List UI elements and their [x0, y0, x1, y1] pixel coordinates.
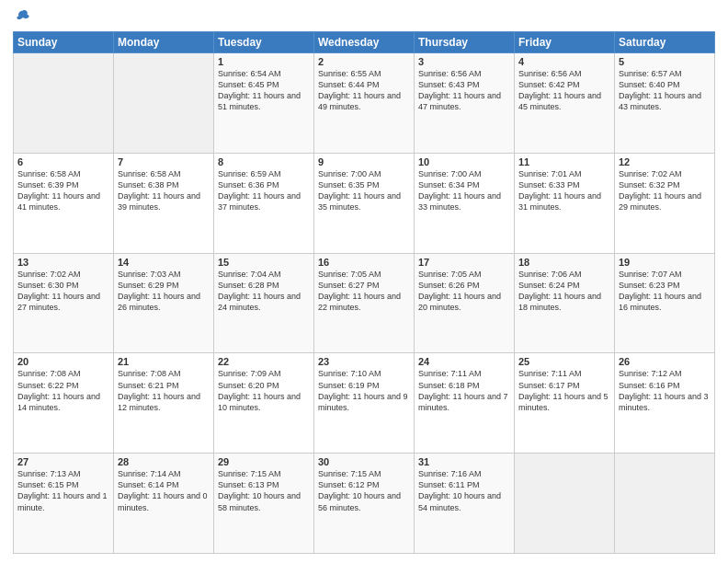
- calendar-cell: [615, 454, 715, 554]
- logo-bird-icon: [15, 9, 31, 26]
- day-info: Sunrise: 6:55 AM Sunset: 6:44 PM Dayligh…: [318, 68, 410, 113]
- day-info: Sunrise: 6:59 AM Sunset: 6:36 PM Dayligh…: [218, 168, 310, 213]
- calendar-header-thursday: Thursday: [415, 32, 515, 53]
- day-info: Sunrise: 7:00 AM Sunset: 6:34 PM Dayligh…: [418, 168, 510, 213]
- calendar-cell: 25Sunrise: 7:11 AM Sunset: 6:17 PM Dayli…: [515, 353, 615, 454]
- calendar-cell: 28Sunrise: 7:14 AM Sunset: 6:14 PM Dayli…: [114, 454, 214, 554]
- day-number: 26: [619, 356, 711, 367]
- calendar-header-row: SundayMondayTuesdayWednesdayThursdayFrid…: [14, 32, 715, 53]
- day-number: 31: [418, 456, 510, 467]
- day-number: 21: [118, 356, 210, 367]
- calendar-week-row: 13Sunrise: 7:02 AM Sunset: 6:30 PM Dayli…: [14, 253, 715, 353]
- day-info: Sunrise: 7:04 AM Sunset: 6:28 PM Dayligh…: [218, 269, 310, 314]
- calendar-cell: 10Sunrise: 7:00 AM Sunset: 6:34 PM Dayli…: [415, 153, 515, 253]
- day-number: 3: [418, 56, 510, 67]
- day-number: 19: [619, 257, 711, 268]
- day-info: Sunrise: 7:11 AM Sunset: 6:17 PM Dayligh…: [518, 368, 610, 413]
- day-number: 12: [619, 156, 711, 167]
- day-number: 29: [218, 456, 310, 467]
- day-number: 20: [17, 356, 109, 367]
- day-number: 6: [17, 156, 109, 167]
- day-number: 22: [218, 356, 310, 367]
- calendar-cell: 16Sunrise: 7:05 AM Sunset: 6:27 PM Dayli…: [314, 253, 415, 353]
- day-info: Sunrise: 6:58 AM Sunset: 6:39 PM Dayligh…: [17, 168, 109, 213]
- day-number: 8: [218, 156, 310, 167]
- calendar-header-tuesday: Tuesday: [214, 32, 314, 53]
- day-number: 1: [218, 56, 310, 67]
- day-info: Sunrise: 7:15 AM Sunset: 6:13 PM Dayligh…: [218, 468, 310, 513]
- day-info: Sunrise: 7:12 AM Sunset: 6:16 PM Dayligh…: [619, 368, 711, 413]
- calendar-header-wednesday: Wednesday: [314, 32, 415, 53]
- day-info: Sunrise: 7:14 AM Sunset: 6:14 PM Dayligh…: [118, 468, 210, 513]
- calendar-cell: 6Sunrise: 6:58 AM Sunset: 6:39 PM Daylig…: [14, 153, 114, 253]
- day-info: Sunrise: 7:01 AM Sunset: 6:33 PM Dayligh…: [518, 168, 610, 213]
- calendar-cell: 3Sunrise: 6:56 AM Sunset: 6:43 PM Daylig…: [415, 53, 515, 154]
- day-number: 13: [17, 257, 109, 268]
- calendar-header-friday: Friday: [515, 32, 615, 53]
- day-number: 5: [619, 56, 711, 67]
- day-number: 4: [518, 56, 610, 67]
- day-info: Sunrise: 6:56 AM Sunset: 6:43 PM Dayligh…: [418, 68, 510, 113]
- day-number: 18: [518, 257, 610, 268]
- day-info: Sunrise: 7:10 AM Sunset: 6:19 PM Dayligh…: [318, 368, 410, 413]
- calendar-cell: 17Sunrise: 7:05 AM Sunset: 6:26 PM Dayli…: [415, 253, 515, 353]
- calendar-cell: 20Sunrise: 7:08 AM Sunset: 6:22 PM Dayli…: [14, 353, 114, 454]
- calendar-cell: 23Sunrise: 7:10 AM Sunset: 6:19 PM Dayli…: [314, 353, 415, 454]
- day-info: Sunrise: 6:57 AM Sunset: 6:40 PM Dayligh…: [619, 68, 711, 113]
- day-number: 7: [118, 156, 210, 167]
- calendar-cell: 4Sunrise: 6:56 AM Sunset: 6:42 PM Daylig…: [515, 53, 615, 154]
- day-info: Sunrise: 7:08 AM Sunset: 6:22 PM Dayligh…: [17, 368, 109, 413]
- calendar-cell: 24Sunrise: 7:11 AM Sunset: 6:18 PM Dayli…: [415, 353, 515, 454]
- calendar-cell: 15Sunrise: 7:04 AM Sunset: 6:28 PM Dayli…: [214, 253, 314, 353]
- calendar-cell: 30Sunrise: 7:15 AM Sunset: 6:12 PM Dayli…: [314, 454, 415, 554]
- calendar-cell: 13Sunrise: 7:02 AM Sunset: 6:30 PM Dayli…: [14, 253, 114, 353]
- calendar-header-saturday: Saturday: [615, 32, 715, 53]
- day-number: 10: [418, 156, 510, 167]
- day-info: Sunrise: 7:05 AM Sunset: 6:27 PM Dayligh…: [318, 269, 410, 314]
- day-info: Sunrise: 7:06 AM Sunset: 6:24 PM Dayligh…: [518, 269, 610, 314]
- calendar-cell: 9Sunrise: 7:00 AM Sunset: 6:35 PM Daylig…: [314, 153, 415, 253]
- calendar-week-row: 6Sunrise: 6:58 AM Sunset: 6:39 PM Daylig…: [14, 153, 715, 253]
- day-number: 17: [418, 257, 510, 268]
- day-info: Sunrise: 7:03 AM Sunset: 6:29 PM Dayligh…: [118, 269, 210, 314]
- calendar-cell: 2Sunrise: 6:55 AM Sunset: 6:44 PM Daylig…: [314, 53, 415, 154]
- logo: [13, 9, 31, 26]
- day-number: 15: [218, 257, 310, 268]
- day-info: Sunrise: 7:02 AM Sunset: 6:32 PM Dayligh…: [619, 168, 711, 213]
- day-info: Sunrise: 7:09 AM Sunset: 6:20 PM Dayligh…: [218, 368, 310, 413]
- calendar-cell: 1Sunrise: 6:54 AM Sunset: 6:45 PM Daylig…: [214, 53, 314, 154]
- day-info: Sunrise: 7:00 AM Sunset: 6:35 PM Dayligh…: [318, 168, 410, 213]
- header: [13, 9, 715, 26]
- day-number: 25: [518, 356, 610, 367]
- day-info: Sunrise: 6:56 AM Sunset: 6:42 PM Dayligh…: [518, 68, 610, 113]
- calendar-cell: 27Sunrise: 7:13 AM Sunset: 6:15 PM Dayli…: [14, 454, 114, 554]
- day-number: 30: [318, 456, 410, 467]
- calendar-week-row: 20Sunrise: 7:08 AM Sunset: 6:22 PM Dayli…: [14, 353, 715, 454]
- calendar-cell: [14, 53, 114, 154]
- calendar-cell: 11Sunrise: 7:01 AM Sunset: 6:33 PM Dayli…: [515, 153, 615, 253]
- day-number: 16: [318, 257, 410, 268]
- day-info: Sunrise: 7:08 AM Sunset: 6:21 PM Dayligh…: [118, 368, 210, 413]
- calendar-cell: 22Sunrise: 7:09 AM Sunset: 6:20 PM Dayli…: [214, 353, 314, 454]
- day-info: Sunrise: 7:16 AM Sunset: 6:11 PM Dayligh…: [418, 468, 510, 513]
- calendar-cell: 7Sunrise: 6:58 AM Sunset: 6:38 PM Daylig…: [114, 153, 214, 253]
- calendar-cell: 31Sunrise: 7:16 AM Sunset: 6:11 PM Dayli…: [415, 454, 515, 554]
- calendar-cell: 19Sunrise: 7:07 AM Sunset: 6:23 PM Dayli…: [615, 253, 715, 353]
- day-number: 28: [118, 456, 210, 467]
- calendar-cell: [114, 53, 214, 154]
- day-number: 14: [118, 257, 210, 268]
- day-number: 27: [17, 456, 109, 467]
- calendar-cell: 14Sunrise: 7:03 AM Sunset: 6:29 PM Dayli…: [114, 253, 214, 353]
- day-number: 24: [418, 356, 510, 367]
- calendar-cell: 26Sunrise: 7:12 AM Sunset: 6:16 PM Dayli…: [615, 353, 715, 454]
- day-info: Sunrise: 6:54 AM Sunset: 6:45 PM Dayligh…: [218, 68, 310, 113]
- calendar-cell: 21Sunrise: 7:08 AM Sunset: 6:21 PM Dayli…: [114, 353, 214, 454]
- calendar-week-row: 1Sunrise: 6:54 AM Sunset: 6:45 PM Daylig…: [14, 53, 715, 154]
- day-info: Sunrise: 7:05 AM Sunset: 6:26 PM Dayligh…: [418, 269, 510, 314]
- day-info: Sunrise: 7:11 AM Sunset: 6:18 PM Dayligh…: [418, 368, 510, 413]
- day-info: Sunrise: 7:07 AM Sunset: 6:23 PM Dayligh…: [619, 269, 711, 314]
- day-number: 9: [318, 156, 410, 167]
- calendar-cell: [515, 454, 615, 554]
- calendar-cell: 12Sunrise: 7:02 AM Sunset: 6:32 PM Dayli…: [615, 153, 715, 253]
- calendar-cell: 29Sunrise: 7:15 AM Sunset: 6:13 PM Dayli…: [214, 454, 314, 554]
